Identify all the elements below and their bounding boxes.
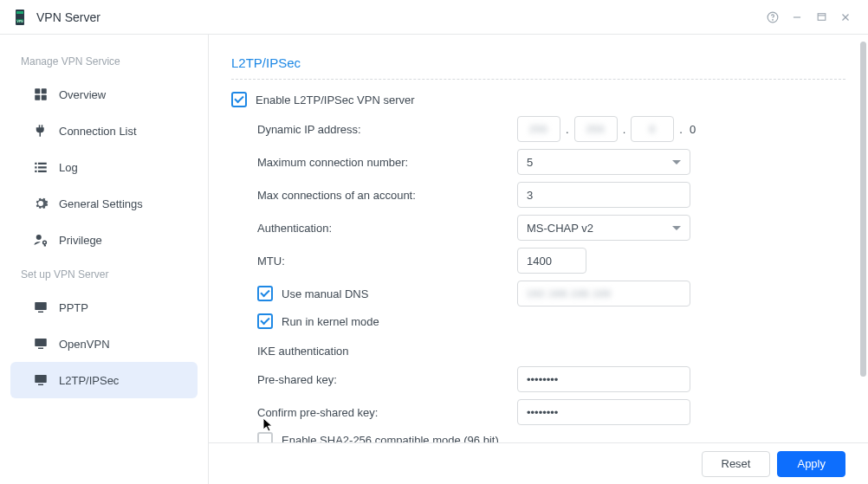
scrollbar-thumb[interactable]: [860, 42, 866, 377]
ip-octet-3[interactable]: 0: [631, 116, 674, 142]
svg-rect-1: [16, 11, 23, 14]
monitor-icon: [31, 371, 50, 390]
svg-rect-13: [35, 95, 40, 100]
enable-vpn-label: Enable L2TP/IPSec VPN server: [256, 94, 415, 106]
svg-rect-11: [35, 88, 40, 94]
psk-confirm-label: Confirm pre-shared key:: [257, 406, 517, 419]
monitor-icon: [31, 334, 50, 353]
mtu-input[interactable]: [517, 248, 586, 274]
svg-rect-25: [35, 339, 47, 346]
psk-label: Pre-shared key:: [257, 373, 517, 386]
sidebar-item-label: PPTP: [59, 301, 88, 314]
gear-icon: [31, 194, 50, 213]
manual-dns-label: Use manual DNS: [282, 287, 368, 300]
sidebar-item-label: Log: [59, 161, 78, 174]
max-conn-select[interactable]: 5: [517, 149, 690, 175]
svg-rect-18: [38, 166, 47, 168]
sidebar-item-label: OpenVPN: [59, 338, 110, 351]
maximize-button[interactable]: [809, 5, 833, 29]
ip-input-group: 255 . 255 . 0 . 0: [517, 116, 696, 142]
scrollbar[interactable]: [860, 42, 866, 436]
reset-button[interactable]: Reset: [702, 451, 771, 477]
max-acct-input[interactable]: [517, 182, 690, 208]
sidebar-item-label: General Settings: [59, 197, 143, 210]
dyn-ip-label: Dynamic IP address:: [257, 123, 517, 136]
svg-rect-17: [35, 166, 36, 168]
svg-rect-24: [38, 312, 43, 313]
psk-input[interactable]: [517, 366, 690, 392]
sidebar-item-label: Connection List: [59, 125, 137, 138]
max-conn-label: Maximum connection number:: [257, 156, 517, 169]
manual-dns-checkbox[interactable]: [257, 286, 273, 301]
sidebar-item-label: L2TP/IPSec: [59, 374, 119, 387]
svg-point-5: [773, 19, 774, 20]
sidebar-item-log[interactable]: Log: [10, 149, 198, 185]
sidebar-item-openvpn[interactable]: OpenVPN: [10, 326, 198, 362]
sidebar-item-privilege[interactable]: Privilege: [10, 222, 198, 258]
svg-rect-26: [38, 348, 43, 350]
svg-rect-7: [818, 14, 826, 21]
svg-rect-20: [38, 171, 47, 172]
sidebar-item-overview[interactable]: Overview: [10, 76, 198, 113]
sidebar-item-label: Overview: [59, 88, 106, 101]
ip-octet-1[interactable]: 255: [517, 116, 560, 142]
sidebar-item-pptp[interactable]: PPTP: [10, 289, 198, 326]
svg-text:VPN: VPN: [16, 19, 23, 23]
sidebar-item-label: Privilege: [59, 234, 102, 247]
sidebar-item-general-settings[interactable]: General Settings: [10, 185, 198, 222]
minimize-button[interactable]: [785, 5, 809, 29]
plug-icon: [31, 121, 50, 140]
list-icon: [31, 158, 50, 177]
sidebar-item-connection-list[interactable]: Connection List: [10, 113, 198, 149]
main-panel: L2TP/IPSec Enable L2TP/IPSec VPN server …: [209, 35, 868, 484]
kernel-mode-checkbox[interactable]: [257, 313, 273, 329]
footer: Reset Apply: [209, 442, 868, 484]
svg-rect-28: [38, 384, 43, 386]
svg-rect-15: [35, 163, 36, 165]
auth-label: Authentication:: [257, 222, 517, 235]
page-title: L2TP/IPSec: [231, 55, 845, 80]
sidebar-section-setup: Set up VPN Server: [0, 258, 208, 289]
psk-confirm-input[interactable]: [517, 399, 690, 425]
ip-octet-2[interactable]: 255: [574, 116, 618, 142]
max-acct-label: Max connections of an account:: [257, 189, 517, 202]
auth-select[interactable]: MS-CHAP v2: [517, 215, 690, 241]
svg-rect-23: [35, 302, 47, 310]
monitor-icon: [31, 298, 50, 317]
chevron-down-icon: [672, 160, 681, 165]
dashboard-icon: [31, 85, 50, 104]
apply-button[interactable]: Apply: [777, 451, 845, 477]
sha2-label: Enable SHA2-256 compatible mode (96 bit): [282, 434, 499, 443]
enable-vpn-checkbox[interactable]: [231, 92, 247, 107]
svg-point-22: [43, 241, 47, 244]
enable-vpn-row: Enable L2TP/IPSec VPN server: [231, 92, 845, 107]
svg-rect-27: [35, 375, 47, 383]
close-button[interactable]: [833, 5, 858, 29]
dns-input[interactable]: 192.168.100.100: [517, 281, 690, 307]
svg-point-21: [36, 235, 42, 240]
window-title: VPN Server: [36, 10, 100, 24]
titlebar: VPN VPN Server: [0, 0, 868, 35]
mtu-label: MTU:: [257, 255, 517, 268]
svg-rect-12: [42, 88, 47, 94]
svg-rect-16: [38, 163, 47, 165]
svg-rect-14: [42, 95, 47, 100]
help-button[interactable]: [761, 5, 785, 29]
sidebar-item-l2tp-ipsec[interactable]: L2TP/IPSec: [10, 362, 198, 398]
sidebar: Manage VPN Service Overview Connection L…: [0, 35, 208, 484]
sidebar-section-manage: Manage VPN Service: [0, 45, 208, 76]
kernel-mode-label: Run in kernel mode: [282, 315, 379, 328]
chevron-down-icon: [672, 226, 681, 230]
ike-heading: IKE authentication: [231, 336, 845, 365]
user-key-icon: [31, 230, 50, 249]
sha2-checkbox[interactable]: [257, 432, 273, 442]
svg-rect-19: [35, 171, 36, 172]
app-icon: VPN: [10, 8, 29, 27]
ip-octet-4: 0: [688, 123, 696, 136]
